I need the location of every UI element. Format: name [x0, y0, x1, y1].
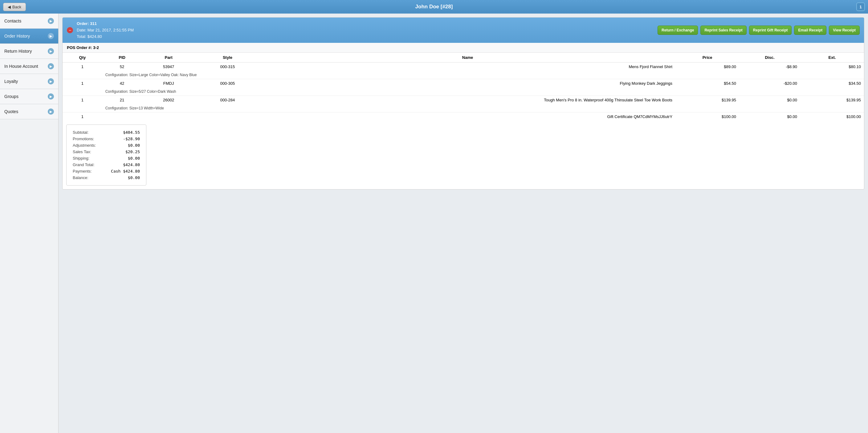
table-row: 1 42 FMDJ 000-305 Flying Monkey Dark Jeg…: [63, 79, 864, 88]
chevron-right-icon: ▶: [48, 48, 54, 54]
sidebar-item-quotes[interactable]: Quotes ▶: [0, 104, 58, 119]
sidebar-item-order-history[interactable]: Order History ▶: [0, 29, 58, 44]
cell-disc: $0.00: [739, 96, 800, 104]
cell-ext: $34.50: [800, 79, 864, 88]
order-table: Qty PID Part Style Name Price Disc. Ext.…: [63, 53, 864, 121]
main-layout: Contacts ▶ Order History ▶ Return Histor…: [0, 13, 868, 433]
cell-qty: 1: [63, 79, 102, 88]
col-part: Part: [142, 53, 195, 63]
grand-total-value: $424.80: [123, 162, 140, 167]
view-receipt-button[interactable]: View Receipt: [829, 26, 860, 35]
table-header-row: Qty PID Part Style Name Price Disc. Ext.: [63, 53, 864, 63]
cell-name: Tough Men's Pro 8 in. Waterproof 400g Th…: [260, 96, 675, 104]
sidebar-item-label: Contacts: [4, 19, 21, 24]
col-pid: PID: [102, 53, 142, 63]
cell-ext: $80.10: [800, 63, 864, 71]
summary-grand-total: Grand Total: $424.80: [73, 161, 140, 168]
summary-shipping: Shipping: $0.00: [73, 155, 140, 161]
cell-part: 53947: [142, 63, 195, 71]
cell-part: 26002: [142, 96, 195, 104]
col-style: Style: [195, 53, 260, 63]
cell-qty: 1: [63, 113, 102, 121]
chevron-right-icon: ▶: [48, 18, 54, 24]
cell-disc: -$20.00: [739, 79, 800, 88]
col-disc: Disc.: [739, 53, 800, 63]
return-exchange-button[interactable]: Return / Exchange: [657, 26, 698, 35]
cell-config: Configuration: Size=5/27 Color=Dark Wash: [102, 88, 864, 96]
cell-ext: $100.00: [800, 113, 864, 121]
shipping-value: $0.00: [128, 156, 140, 161]
order-card: − Order: 311 Date: Mar 21, 2017, 2:51:55…: [62, 17, 864, 189]
chevron-right-icon: ▶: [48, 78, 54, 85]
table-row: 1 52 53947 000-315 Mens Fjord Flannel Sh…: [63, 63, 864, 71]
adjustments-value: $0.00: [128, 143, 140, 148]
email-receipt-button[interactable]: Email Receipt: [794, 26, 827, 35]
subtotal-label: Subtotal:: [73, 130, 88, 135]
col-price: Price: [675, 53, 739, 63]
summary-balance: Balance: $0.00: [73, 175, 140, 181]
cell-disc: -$8.90: [739, 63, 800, 71]
content-area: − Order: 311 Date: Mar 21, 2017, 2:51:55…: [59, 13, 868, 433]
sidebar-item-groups[interactable]: Groups ▶: [0, 89, 58, 104]
back-button[interactable]: ◀ Back: [3, 3, 26, 11]
payments-label: Payments:: [73, 169, 92, 174]
cell-style: 000-284: [195, 96, 260, 104]
sidebar-item-label: In House Account: [4, 64, 38, 69]
order-date: Mar 21, 2017, 2:51:55 PM: [88, 28, 134, 32]
table-row-config: Configuration: Size=13 Width=Wide: [63, 104, 864, 113]
balance-label: Balance:: [73, 175, 88, 180]
sidebar-item-contacts[interactable]: Contacts ▶: [0, 13, 58, 29]
summary-payments: Payments: Cash $424.80: [73, 168, 140, 175]
order-info: Order: 311 Date: Mar 21, 2017, 2:51:55 P…: [77, 21, 134, 40]
summary-subtotal: Subtotal: $404.55: [73, 129, 140, 135]
col-ext: Ext.: [800, 53, 864, 63]
promotions-value: -$28.90: [123, 136, 140, 141]
summary-promotions: Promotions: -$28.90: [73, 135, 140, 142]
sidebar-item-label: Loyalty: [4, 79, 18, 84]
subtotal-value: $404.55: [123, 130, 140, 135]
sidebar-item-in-house-account[interactable]: In House Account ▶: [0, 59, 58, 74]
cell-ext: $139.95: [800, 96, 864, 104]
cell-price: $100.00: [675, 113, 739, 121]
cell-name: Gift Certificate QM7CdMYMsJJ6utrY: [260, 113, 675, 121]
sidebar-item-label: Quotes: [4, 109, 18, 114]
back-label: Back: [12, 5, 21, 9]
cell-disc: $0.00: [739, 113, 800, 121]
sidebar-item-label: Order History: [4, 34, 30, 38]
order-total: $424.80: [88, 34, 102, 39]
cell-pid: 52: [102, 63, 142, 71]
sidebar-item-return-history[interactable]: Return History ▶: [0, 44, 58, 59]
col-qty: Qty: [63, 53, 102, 63]
table-row-config: Configuration: Size=Large Color=Valley O…: [63, 71, 864, 79]
chevron-right-icon: ▶: [48, 33, 54, 39]
sidebar: Contacts ▶ Order History ▶ Return Histor…: [0, 13, 59, 433]
sidebar-item-label: Groups: [4, 94, 19, 99]
balance-value: $0.00: [128, 175, 140, 180]
cell-pid: 42: [102, 79, 142, 88]
chevron-right-icon: ▶: [48, 109, 54, 115]
grand-total-label: Grand Total:: [73, 162, 95, 167]
chevron-right-icon: ▶: [48, 63, 54, 69]
cell-pid: 21: [102, 96, 142, 104]
cell-price: $89.00: [675, 63, 739, 71]
cell-part: [142, 113, 195, 121]
summary-adjustments: Adjustments: $0.00: [73, 142, 140, 149]
sales-tax-label: Sales Tax:: [73, 150, 91, 154]
cell-price: $139.95: [675, 96, 739, 104]
cell-style: 000-315: [195, 63, 260, 71]
cell-qty: 1: [63, 63, 102, 71]
cell-name: Mens Fjord Flannel Shirt: [260, 63, 675, 71]
pos-order-number: POS Order #: 3-2: [63, 43, 864, 53]
reprint-sales-button[interactable]: Reprint Sales Receipt: [701, 26, 746, 35]
cell-price: $54.50: [675, 79, 739, 88]
collapse-button[interactable]: −: [67, 27, 73, 33]
table-row: 1 21 26002 000-284 Tough Men's Pro 8 in.…: [63, 96, 864, 104]
shipping-label: Shipping:: [73, 156, 89, 161]
sidebar-item-loyalty[interactable]: Loyalty ▶: [0, 74, 58, 89]
notification-badge: 1: [856, 2, 865, 11]
adjustments-label: Adjustments:: [73, 143, 96, 148]
reprint-gift-button[interactable]: Reprint Gift Receipt: [749, 26, 792, 35]
table-row-config: Configuration: Size=5/27 Color=Dark Wash: [63, 88, 864, 96]
topbar: ◀ Back John Doe [#28] 1: [0, 0, 868, 13]
order-summary: Subtotal: $404.55 Promotions: -$28.90 Ad…: [66, 124, 146, 186]
